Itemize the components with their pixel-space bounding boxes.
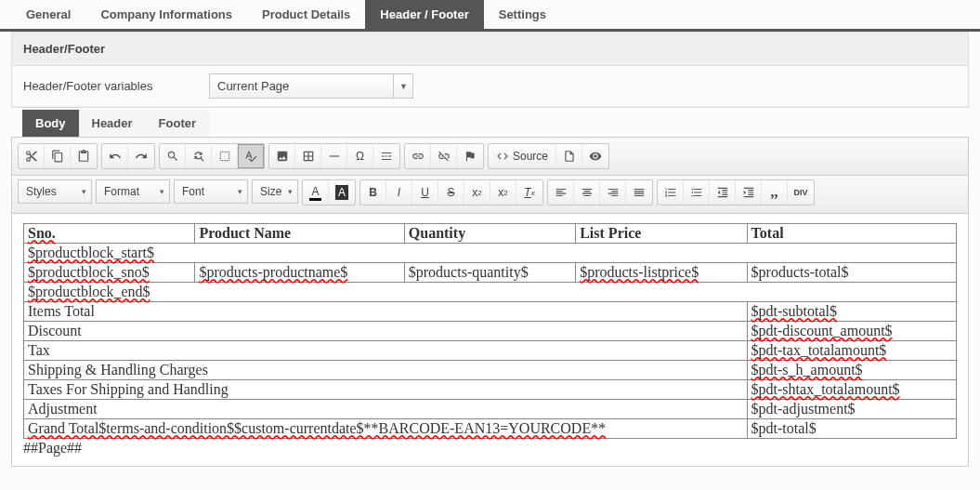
th-name: Product Name <box>195 224 404 244</box>
block-start-row: $productblock_start$ <box>24 244 957 263</box>
shipping-row: Shipping & Handling Charges $pdt-s_h_amo… <box>24 361 957 380</box>
block-start-cell: $productblock_start$ <box>28 245 154 260</box>
editor-content[interactable]: Sno. Product Name Quantity List Price To… <box>12 214 968 466</box>
shipping-value: $pdt-s_h_amount$ <box>751 362 863 377</box>
source-label: Source <box>513 150 548 163</box>
variables-row: Header/Footer variables Current Page ▼ <box>12 66 968 107</box>
cut-icon[interactable] <box>19 144 45 168</box>
spellcheck-icon[interactable] <box>238 144 264 168</box>
variables-select[interactable]: Current Page ▼ <box>209 73 413 99</box>
undo-icon[interactable] <box>102 144 128 168</box>
subtab-header[interactable]: Header <box>79 110 146 137</box>
text-color-icon[interactable]: A <box>303 180 329 205</box>
tab-product-details[interactable]: Product Details <box>247 0 365 29</box>
underline-icon[interactable]: U <box>412 180 438 205</box>
shiptax-label: Taxes For Shipping and Handling <box>24 380 748 400</box>
subtab-footer[interactable]: Footer <box>146 110 209 137</box>
align-center-icon[interactable] <box>574 180 600 205</box>
ordered-list-icon[interactable] <box>658 180 684 205</box>
find-icon[interactable] <box>160 144 186 168</box>
link-icon[interactable] <box>405 144 431 168</box>
block-end-cell: $productblock_end$ <box>28 284 150 299</box>
discount-row: Discount $pdt-discount_amount$ <box>24 322 957 341</box>
th-price: List Price <box>576 224 747 244</box>
cell-name: $products-productname$ <box>199 264 347 280</box>
templates-icon[interactable] <box>556 144 582 168</box>
size-select[interactable]: Size <box>252 179 298 204</box>
div-container-icon[interactable]: DIV <box>788 180 814 205</box>
shiptax-row: Taxes For Shipping and Handling $pdt-sht… <box>24 380 957 400</box>
panel-title: Header/Footer <box>12 33 968 66</box>
copy-icon[interactable] <box>45 144 71 168</box>
items-total-label: Items Total <box>24 302 748 322</box>
replace-icon[interactable] <box>186 144 212 168</box>
shipping-label: Shipping & Handling Charges <box>24 361 748 380</box>
preview-icon[interactable] <box>582 144 608 168</box>
chevron-down-icon: ▼ <box>393 73 413 99</box>
block-end-row: $productblock_end$ <box>24 283 957 302</box>
grand-total-value: $pdt-total$ <box>747 419 956 439</box>
subscript-icon[interactable]: x2 <box>464 180 490 205</box>
adjustment-value: $pdt-adjustment$ <box>747 400 956 419</box>
cell-qty: $products-quantity$ <box>404 263 575 283</box>
styles-select[interactable]: Styles <box>18 179 92 204</box>
tab-company-informations[interactable]: Company Informations <box>85 0 247 29</box>
th-total: Total <box>747 224 956 244</box>
items-total-row: Items Total $pdt-subtotal$ <box>24 302 957 322</box>
main-tabs: General Company Informations Product Det… <box>0 0 980 32</box>
bold-icon[interactable]: B <box>360 180 386 205</box>
blockquote-icon[interactable]: ,, <box>762 180 788 205</box>
tax-label: Tax <box>24 341 748 361</box>
rich-text-editor: Ω Source Styles Format Font Size A A B <box>11 137 969 467</box>
table-header-row: Sno. Product Name Quantity List Price To… <box>24 224 957 244</box>
unlink-icon[interactable] <box>431 144 457 168</box>
strike-icon[interactable]: S <box>438 180 464 205</box>
source-button[interactable]: Source <box>489 144 556 168</box>
indent-icon[interactable] <box>736 180 762 205</box>
adjustment-label: Adjustment <box>24 400 748 419</box>
unordered-list-icon[interactable] <box>684 180 710 205</box>
font-select[interactable]: Font <box>174 179 248 204</box>
anchor-icon[interactable] <box>457 144 483 168</box>
tab-settings[interactable]: Settings <box>484 0 561 29</box>
format-select[interactable]: Format <box>96 179 170 204</box>
items-total-value: $pdt-subtotal$ <box>751 303 837 319</box>
align-left-icon[interactable] <box>548 180 574 205</box>
tab-general[interactable]: General <box>11 0 85 29</box>
outdent-icon[interactable] <box>710 180 736 205</box>
svg-rect-0 <box>329 155 339 156</box>
table-icon[interactable] <box>295 144 321 168</box>
adjustment-row: Adjustment $pdt-adjustment$ <box>24 400 957 419</box>
variables-select-value: Current Page <box>209 73 413 99</box>
italic-icon[interactable]: I <box>386 180 412 205</box>
align-right-icon[interactable] <box>600 180 626 205</box>
select-all-icon[interactable] <box>212 144 238 168</box>
tax-row: Tax $pdt-tax_totalamount$ <box>24 341 957 361</box>
variables-label: Header/Footer variables <box>23 79 209 93</box>
th-qty: Quantity <box>404 224 575 244</box>
cell-sno: $productblock_sno$ <box>28 264 150 280</box>
cell-price: $products-listprice$ <box>580 264 699 280</box>
special-char-icon[interactable]: Ω <box>347 144 373 168</box>
redo-icon[interactable] <box>128 144 154 168</box>
align-justify-icon[interactable] <box>626 180 652 205</box>
cell-total: $products-total$ <box>747 263 956 283</box>
grand-total-row: Grand Total$terms-and-condition$$custom-… <box>24 419 957 439</box>
shiptax-value: $pdt-shtax_totalamount$ <box>751 381 900 397</box>
subtab-body[interactable]: Body <box>22 110 79 137</box>
superscript-icon[interactable]: x2 <box>490 180 516 205</box>
image-icon[interactable] <box>269 144 295 168</box>
page-break-icon[interactable] <box>373 144 399 168</box>
toolbar-row-2: Styles Format Font Size A A B I U S x2 x… <box>12 176 968 214</box>
remove-format-icon[interactable]: Tx <box>516 180 542 205</box>
bg-color-icon[interactable]: A <box>329 180 355 205</box>
discount-value: $pdt-discount_amount$ <box>751 323 893 338</box>
editor-tabs: Body Header Footer <box>0 110 980 137</box>
page-marker: ##Page## <box>23 440 957 457</box>
tab-header-footer[interactable]: Header / Footer <box>365 0 483 29</box>
tax-value: $pdt-tax_totalamount$ <box>751 342 887 358</box>
horizontal-rule-icon[interactable] <box>321 144 347 168</box>
products-table: Sno. Product Name Quantity List Price To… <box>23 223 957 439</box>
paste-icon[interactable] <box>71 144 97 168</box>
header-footer-panel: Header/Footer Header/Footer variables Cu… <box>11 32 969 108</box>
